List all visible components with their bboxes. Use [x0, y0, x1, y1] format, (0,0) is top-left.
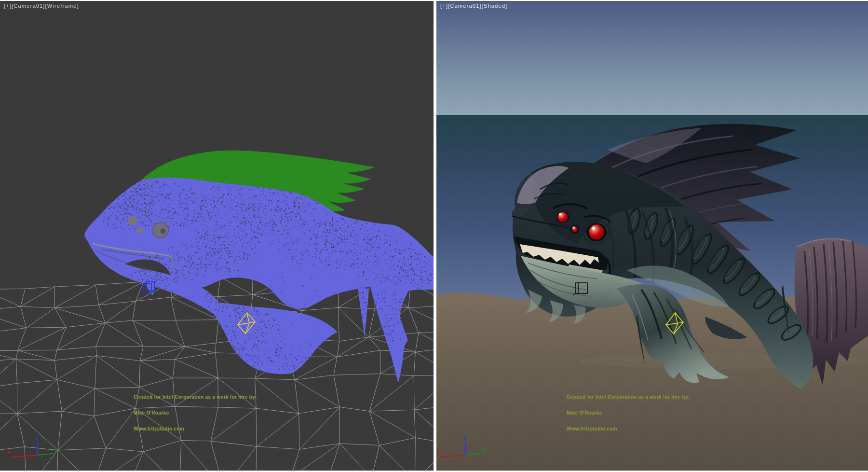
z-axis-label: z — [463, 435, 466, 441]
watermark-text: Created for Intel Corporation as a work … — [134, 384, 257, 442]
watermark-line: Www.fritzstudio.com — [134, 426, 257, 431]
watermark-line: Mike O'Rourke — [134, 410, 257, 416]
viewport-area: z x y [+][Camera01][Wireframe] Created f… — [0, 0, 868, 472]
x-axis-label: x — [437, 449, 440, 456]
y-axis-label: y — [483, 447, 486, 454]
viewport-frame-top — [0, 0, 868, 1]
y-axis-label: y — [54, 447, 58, 454]
red-eye — [589, 225, 604, 240]
watermark-line: Mike O'Rourke — [567, 410, 690, 416]
sky — [436, 0, 868, 115]
watermark-line: Www.fritzstudio.com — [567, 426, 690, 431]
x-axis-label: x — [7, 449, 10, 456]
viewport-wireframe[interactable]: z x y [+][Camera01][Wireframe] Created f… — [0, 0, 434, 472]
viewport-label-shaded[interactable]: [+][Camera01][Shaded] — [440, 3, 507, 9]
z-axis-label: z — [35, 435, 39, 441]
viewport-label-wireframe[interactable]: [+][Camera01][Wireframe] — [4, 3, 79, 9]
lower-fin[interactable] — [205, 303, 338, 374]
tail-strip[interactable] — [358, 288, 369, 338]
world-axis-gizmo: z x y — [7, 435, 58, 457]
watermark-line: Created for Intel Corporation as a work … — [134, 394, 257, 400]
watermark-text: Created for Intel Corporation as a work … — [567, 384, 690, 442]
watermark-line: Created for Intel Corporation as a work … — [567, 394, 690, 400]
red-eye — [558, 212, 568, 222]
creature-mesh-wireframe[interactable] — [84, 151, 434, 383]
viewport-shaded[interactable]: z x y [+][Camera01][Shaded] Created for … — [436, 0, 868, 472]
